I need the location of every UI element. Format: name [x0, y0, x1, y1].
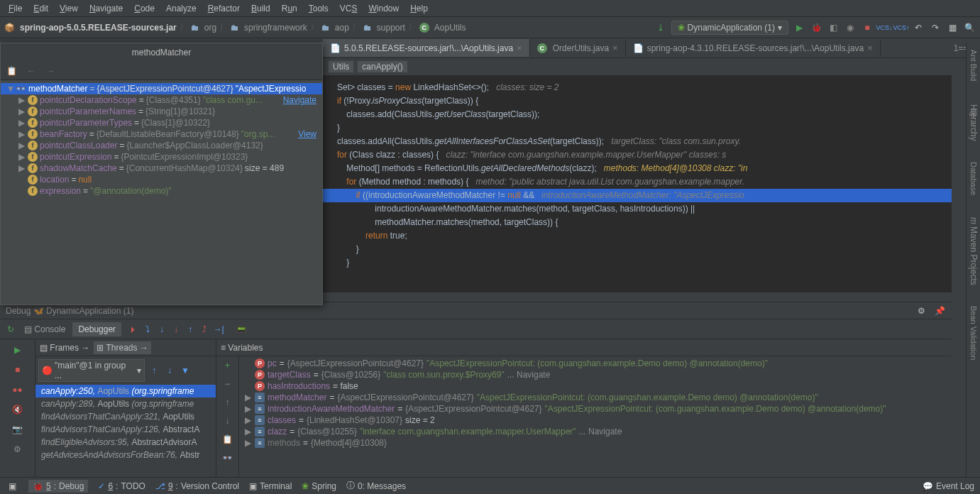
expand-icon[interactable]: ▶ [18, 95, 26, 105]
menu-edit[interactable]: Edit [28, 2, 54, 15]
variable-row[interactable]: ▶ ≡ clazz = {Class@10255} "interface com… [239, 426, 952, 437]
filter-icon[interactable]: ▼ [179, 364, 192, 377]
up-icon[interactable]: ↑ [221, 396, 234, 409]
tool-windows-icon[interactable]: ▣ [6, 480, 18, 493]
frame-row[interactable]: findAdvisorsThatCanApply:321, AopUtils [35, 410, 216, 423]
frame-row[interactable]: canApply:250, AopUtils (org.springframe [35, 385, 216, 397]
thread-dump-icon[interactable]: 📷 [11, 423, 24, 436]
expand-icon[interactable]: ▶ [18, 163, 26, 173]
crumb-method[interactable]: canApply() [358, 61, 407, 72]
prev-frame-icon[interactable]: ↑ [148, 364, 160, 377]
stop-button[interactable]: ■ [861, 21, 874, 34]
code-line[interactable]: return true; [323, 229, 952, 243]
popup-var-row[interactable]: f expression = "@annotation(demo)" [1, 185, 322, 197]
status-todo[interactable]: ✓ 6: TODO [98, 481, 145, 491]
expand-icon[interactable]: ▶ [245, 393, 252, 402]
expand-icon[interactable]: ▶ [18, 106, 26, 116]
frame-row[interactable]: getAdvicesAndAdvisorsForBean:76, Abstr [35, 449, 216, 461]
popup-var-row[interactable]: ▶ f pointcutExpression = {PointcutExpres… [1, 151, 322, 163]
popup-var-row[interactable]: ▶ f pointcutParameterTypes = {Class[1]@1… [1, 117, 322, 128]
menu-tools[interactable]: Tools [303, 2, 334, 15]
popup-var-row[interactable]: ▶ f pointcutDeclarationScope = {Class@43… [1, 94, 322, 106]
frame-row[interactable]: canApply:289, AopUtils (org.springframe [35, 397, 216, 410]
code-line[interactable]: } [323, 243, 952, 256]
run-to-cursor-icon[interactable]: →| [212, 323, 225, 336]
crumb-class[interactable]: Utils [329, 61, 353, 72]
pin-icon[interactable]: 📌 [933, 304, 946, 317]
close-icon[interactable]: × [867, 43, 873, 53]
build-icon[interactable]: ⤓ [654, 21, 667, 34]
popup-var-row[interactable]: ▶ f beanFactory = {DefaultListableBeanFa… [1, 128, 322, 140]
threads-tab[interactable]: ⊞ Threads → [94, 341, 151, 354]
code-line[interactable]: if ((introductionAwareMethodMatcher != n… [323, 189, 952, 202]
code-line[interactable]: classes.add(ClassUtils.getUserClass(targ… [323, 108, 952, 121]
expand-icon[interactable]: ▶ [18, 152, 26, 162]
menu-file[interactable]: FFileile [3, 2, 28, 15]
watches-icon[interactable]: 👓 [221, 451, 234, 464]
sidebar-hierarchy[interactable]: 品 Hierarchy [968, 102, 979, 141]
variable-row[interactable]: P hasIntroductions = false [239, 380, 952, 392]
code-line[interactable]: introductionAwareMethodMatcher.matches(m… [323, 202, 952, 216]
resume-icon[interactable]: ⏵ [127, 323, 140, 336]
tab-aoputils-505[interactable]: 📄 5.0.5.RELEASE-sources.jar!\...\AopUtil… [323, 39, 530, 57]
vcs-commit-icon[interactable]: VCS↑ [895, 21, 908, 34]
menu-vcs[interactable]: VCS [334, 2, 363, 15]
menu-view[interactable]: View [54, 2, 84, 15]
close-icon[interactable]: × [612, 43, 618, 53]
forward-icon[interactable]: → [45, 65, 57, 77]
resume-program-icon[interactable]: ▶ [11, 344, 24, 356]
frames-list[interactable]: canApply:250, AopUtils (org.springframec… [35, 385, 216, 477]
code-line[interactable]: } [323, 121, 952, 135]
status-debug[interactable]: 🐞 5: Debug [28, 480, 88, 493]
step-out-icon[interactable]: ↑ [184, 323, 197, 336]
stop-program-icon[interactable]: ■ [11, 363, 24, 376]
back-icon[interactable]: ← [25, 65, 38, 77]
code-line[interactable]: methodMatcher.matches(method, targetClas… [323, 216, 952, 229]
variable-row[interactable]: P pc = {AspectJExpressionPointcut@4627} … [239, 358, 952, 369]
status-version-control[interactable]: ⎇ 9: Version Control [155, 481, 239, 491]
status-spring[interactable]: ❀ Spring [302, 481, 336, 491]
menu-code[interactable]: Code [128, 2, 160, 15]
popup-var-row[interactable]: ▶ f shadowMatchCache = {ConcurrentHashMa… [1, 163, 322, 174]
menu-window[interactable]: Window [363, 2, 404, 15]
variables-list[interactable]: P pc = {AspectJExpressionPointcut@4627} … [239, 356, 952, 477]
sidebar-database[interactable]: Database [969, 162, 978, 195]
code-editor[interactable]: Utils canApply() Set> classes = new Link… [323, 58, 952, 292]
tab-aoputils-4310[interactable]: 📄 spring-aop-4.3.10.RELEASE-sources.jar!… [626, 39, 881, 57]
tab-debugger[interactable]: Debugger [72, 322, 121, 336]
menu-navigate[interactable]: Navigate [84, 2, 128, 15]
sidebar-bean-validation[interactable]: Bean Validation [969, 306, 978, 360]
expand-icon[interactable]: ▶ [18, 141, 26, 150]
code-line[interactable]: } [323, 256, 952, 270]
variable-row[interactable]: P targetClass = {Class@10256} "class com… [239, 369, 952, 380]
menu-analyze[interactable]: Analyze [160, 2, 202, 15]
expand-icon[interactable]: ▶ [18, 118, 26, 128]
search-icon[interactable]: 🔍 [963, 21, 976, 34]
sidebar-maven[interactable]: m Maven Projects [969, 217, 979, 285]
code-line[interactable]: for (Class clazz : classes) { clazz: "in… [323, 148, 952, 162]
history-icon[interactable]: ↶ [912, 21, 925, 34]
step-into-icon[interactable]: ↓ [155, 323, 168, 336]
variable-row[interactable]: ▶ ≡ introductionAwareMethodMatcher = {As… [239, 403, 952, 415]
profiler-button[interactable]: ◉ [844, 21, 857, 34]
code-line[interactable]: for (Method method : methods) { method: … [323, 175, 952, 189]
bc-p4[interactable]: support [377, 23, 405, 33]
evaluate-icon[interactable]: 📟 [235, 323, 248, 336]
revert-icon[interactable]: ↷ [929, 21, 942, 34]
breakpoints-icon[interactable]: ●● [11, 383, 24, 396]
menu-run[interactable]: Run [276, 2, 303, 15]
code-line[interactable]: if (!Proxy.isProxyClass(targetClass)) { [323, 94, 952, 108]
status-messages[interactable]: ⓘ 0: Messages [346, 480, 406, 492]
popup-root-row[interactable]: ▼ 👓 methodMatcher = {AspectJExpressionPo… [1, 83, 322, 94]
expand-icon[interactable]: ▶ [18, 129, 26, 139]
bc-p3[interactable]: aop [335, 23, 349, 33]
popup-var-row[interactable]: ▶ f pointcutParameterNames = {String[1]@… [1, 106, 322, 117]
tab-console[interactable]: ▤ Console [18, 322, 71, 336]
collapse-icon[interactable]: ▼ [6, 84, 13, 94]
frames-tab[interactable]: ▤ Frames → [40, 343, 89, 353]
drop-frame-icon[interactable]: ⤴ [198, 323, 211, 336]
thread-selector[interactable]: 🔴 "main"@1 in group ... ▾ [38, 359, 145, 382]
expand-icon[interactable]: ▶ [245, 427, 252, 437]
code-line[interactable]: Set> classes = new LinkedHashSet<>(); cl… [323, 81, 952, 94]
remove-watch-icon[interactable]: − [221, 378, 234, 390]
